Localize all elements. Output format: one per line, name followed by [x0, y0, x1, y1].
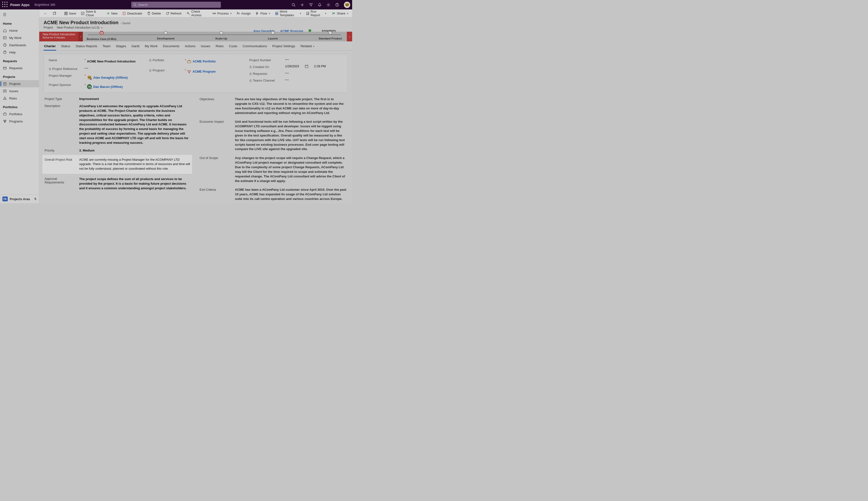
entity-name: Project — [44, 26, 53, 29]
refresh-button[interactable]: Refresh — [164, 11, 184, 16]
tab-issues[interactable]: Issues — [200, 43, 211, 50]
tab-status[interactable]: Status — [61, 43, 71, 50]
lock-icon — [249, 66, 252, 68]
environment-name[interactable]: BrightWork 365 — [34, 3, 55, 7]
field-overall-risk: Overall Project RiskACME are currently m… — [43, 155, 192, 174]
site-nav: ☰ Home Home My Work Dashboards Help Requ… — [0, 9, 39, 203]
tab-costs[interactable]: Costs — [228, 43, 238, 50]
word-templates-button[interactable]: Word Templates▾ — [273, 9, 303, 18]
svg-rect-35 — [65, 12, 66, 13]
nav-programs[interactable]: Programs — [0, 118, 39, 125]
nav-section-portfolios: Portfolios — [0, 102, 39, 110]
field-project-number: Project Number--- — [249, 57, 343, 62]
run-report-button[interactable]: Run Report▾ — [304, 9, 328, 18]
save-close-button[interactable]: Save & Close — [79, 9, 103, 18]
nav-mywork[interactable]: My Work — [0, 34, 39, 41]
save-button[interactable]: Save — [62, 11, 78, 16]
tab-related[interactable]: Related ▾ — [300, 43, 315, 50]
nav-help[interactable]: Help — [0, 49, 39, 56]
search-icon[interactable] — [292, 3, 295, 7]
app-brand[interactable]: Power Apps — [10, 3, 30, 7]
svg-point-30 — [4, 120, 4, 121]
chevron-down-icon: ▾ — [347, 12, 348, 15]
assign-button[interactable]: Assign — [234, 11, 253, 16]
bpf-current-stage[interactable]: New Product Introduction Active for 4 mi… — [39, 32, 82, 41]
command-bar: ← Save Save & Close New Deactivate Delet… — [39, 9, 352, 18]
lock-icon — [249, 79, 252, 82]
record-title: ACME New Product Introduction — [44, 20, 118, 25]
svg-rect-62 — [250, 74, 251, 75]
svg-point-17 — [337, 6, 337, 6]
svg-point-1 — [4, 2, 5, 3]
svg-rect-53 — [149, 60, 151, 62]
plus-icon[interactable] — [300, 3, 304, 7]
nav-section-home: Home — [0, 18, 39, 27]
field-pm: Project Manager* 🤓 Alan Geraghty (Offlin… — [49, 73, 142, 80]
flow-button[interactable]: Flow▾ — [253, 11, 272, 16]
new-button[interactable]: New — [104, 11, 119, 16]
tab-gantt[interactable]: Gantt — [131, 43, 140, 50]
bell-icon[interactable] — [318, 3, 322, 7]
form-selector[interactable]: New Product Introduction (v1.0) — [57, 26, 99, 29]
nav-dashboards[interactable]: Dashboards — [0, 41, 39, 49]
svg-point-15 — [328, 4, 329, 5]
back-button[interactable]: ← — [41, 10, 50, 17]
svg-rect-33 — [53, 12, 55, 14]
svg-point-7 — [4, 6, 5, 7]
chevron-down-icon[interactable]: ▾ — [101, 26, 103, 29]
nav-issues[interactable]: Issues — [0, 87, 39, 95]
nav-risks[interactable]: Risks — [0, 95, 39, 102]
tab-project-settings[interactable]: Project Settings — [272, 43, 296, 50]
tab-communications[interactable]: Communications — [242, 43, 268, 50]
field-objectives: ObjectivesThere are two key objectives o… — [200, 97, 347, 115]
nav-projects[interactable]: Projects — [0, 80, 39, 87]
tab-documents[interactable]: Documents — [163, 43, 180, 50]
waffle-button[interactable] — [2, 1, 8, 8]
svg-point-6 — [2, 6, 3, 7]
charter-summary-card: Name*ACME New Product Introduction Proje… — [44, 54, 348, 93]
lock-icon — [249, 72, 252, 75]
bpf-stage-1[interactable]: Business Case (4 Min) — [87, 33, 116, 40]
area-switcher[interactable]: PA Projects Area ⇅ — [0, 194, 39, 203]
share-button[interactable]: Share▾ — [330, 11, 350, 16]
bpf-stage-2[interactable]: Development — [157, 33, 174, 40]
deactivate-button[interactable]: Deactivate — [121, 11, 144, 16]
filter-icon[interactable] — [309, 3, 313, 7]
svg-rect-37 — [81, 12, 84, 14]
portfolio-icon — [187, 60, 191, 63]
tab-status-reports[interactable]: Status Reports — [75, 43, 97, 50]
open-new-window[interactable] — [51, 11, 58, 16]
gear-icon[interactable] — [326, 3, 330, 7]
svg-point-5 — [7, 4, 8, 5]
field-created-on: Created On 1/29/2023 2:28 PM — [249, 64, 343, 69]
check-access-button[interactable]: Check Access — [185, 9, 209, 18]
bpf-stage-5[interactable]: Standard Product — [318, 33, 342, 40]
svg-point-0 — [2, 2, 3, 3]
bpf-stage-4[interactable]: Launch — [268, 33, 278, 40]
bpf-next-stage[interactable]: › — [347, 32, 352, 41]
global-search[interactable]: Search — [131, 2, 221, 8]
nav-collapse-toggle[interactable]: ☰ — [0, 11, 39, 18]
search-placeholder: Search — [138, 3, 148, 7]
process-button[interactable]: Process▾ — [210, 11, 233, 16]
help-icon[interactable] — [335, 3, 339, 7]
svg-point-57 — [190, 71, 191, 71]
field-economic-impact: Economic ImpactUnit and functional tests… — [200, 119, 347, 151]
calendar-icon — [305, 65, 308, 68]
field-program: Program* ACME Program — [149, 68, 242, 74]
tab-risks[interactable]: Risks — [215, 43, 224, 50]
nav-home[interactable]: Home — [0, 27, 39, 34]
nav-portfolios[interactable]: Portfolios — [0, 110, 39, 118]
tab-actions[interactable]: Actions — [184, 43, 196, 50]
user-avatar[interactable]: 🤓 — [344, 2, 350, 8]
bpf-stage-3[interactable]: Scale-Up — [215, 33, 227, 40]
field-priority: Priority3. Medium — [44, 149, 190, 152]
delete-button[interactable]: Delete — [145, 11, 163, 16]
tab-charter[interactable]: Charter — [44, 43, 56, 50]
tab-team[interactable]: Team — [102, 43, 111, 50]
tab-stages[interactable]: Stages — [116, 43, 127, 50]
nav-requests[interactable]: Requests — [0, 64, 39, 72]
tab-mywork[interactable]: My Work — [144, 43, 158, 50]
field-reference: Project Reference--- — [49, 66, 142, 71]
app-topbar: Power Apps BrightWork 365 Search 🤓 — [0, 0, 352, 9]
